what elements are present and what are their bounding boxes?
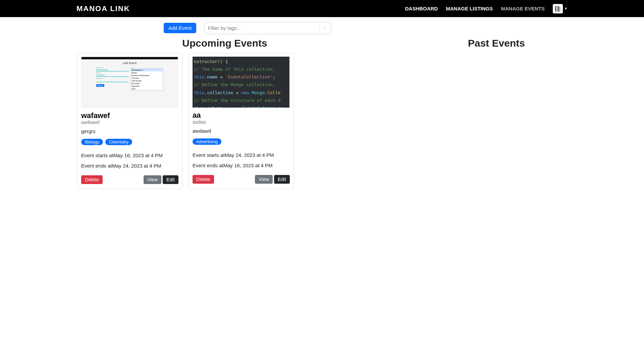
add-event-button[interactable]: Add Event	[164, 23, 196, 33]
tag-filter-select[interactable]: Filter by tags...	[204, 22, 331, 34]
navbar: MANOA LINK DASHBOARD MANAGE LISTINGS MAN…	[0, 0, 644, 17]
event-description: awdawd	[193, 128, 290, 134]
events-toolbar: Add Event Filter by tags...	[164, 22, 644, 34]
tag-filter-placeholder: Filter by tags...	[208, 25, 241, 31]
event-thumbnail: Add Event Event Name Biology Meeting Add…	[81, 57, 178, 108]
delete-button[interactable]: Delete	[81, 175, 103, 184]
event-subtitle: asdas	[193, 119, 290, 125]
event-card: Add Event Event Name Biology Meeting Add…	[77, 53, 182, 189]
event-thumbnail: nstructor() { // The name of this collec…	[193, 57, 289, 108]
upcoming-column: Upcoming Events Add Event Event Name Bio…	[77, 34, 372, 189]
building-icon	[553, 4, 563, 13]
event-subtitle: awfawef	[81, 119, 178, 125]
tag-pill[interactable]: Advertising	[193, 138, 221, 145]
event-end: Event ends atMay 24, 2023 at 4 PM	[81, 163, 178, 169]
edit-button[interactable]: Edit	[163, 175, 178, 184]
event-end: Event ends atMay 16, 2023 at 4 PM	[193, 163, 290, 168]
card-actions: Delete View Edit	[81, 175, 178, 184]
event-tags: Biology Chemistry	[81, 139, 178, 145]
event-start: Event starts atMay 24, 2023 at 4 PM	[193, 152, 290, 158]
past-title: Past Events	[413, 38, 580, 49]
nav-dashboard[interactable]: DASHBOARD	[405, 6, 438, 11]
chevron-down-icon: ▼	[564, 7, 568, 10]
delete-button[interactable]: Delete	[193, 175, 214, 184]
user-menu[interactable]: ▼	[553, 4, 568, 13]
thumb-title: Add Event	[82, 59, 178, 67]
card-actions: Delete View Edit	[193, 175, 290, 184]
event-start: Event starts atMay 16, 2023 at 4 PM	[81, 153, 178, 158]
tag-pill[interactable]: Chemistry	[105, 139, 132, 145]
event-title: wafawef	[81, 111, 178, 120]
tag-pill[interactable]: Biology	[81, 139, 103, 145]
main: Upcoming Events Add Event Event Name Bio…	[0, 34, 644, 189]
edit-button[interactable]: Edit	[274, 175, 290, 184]
select-divider	[320, 24, 320, 32]
view-button[interactable]: View	[255, 175, 273, 184]
chevron-down-icon	[322, 25, 327, 31]
event-tags: Advertising	[193, 138, 290, 145]
upcoming-title: Upcoming Events	[77, 38, 372, 49]
brand-logo[interactable]: MANOA LINK	[76, 4, 130, 13]
upcoming-cards: Add Event Event Name Biology Meeting Add…	[77, 53, 372, 189]
nav-right: DASHBOARD MANAGE LISTINGS MANAGE EVENTS …	[405, 4, 568, 13]
view-button[interactable]: View	[144, 175, 161, 184]
past-column: Past Events	[413, 34, 580, 189]
event-title: aa	[193, 111, 290, 120]
event-description: gergrs	[81, 128, 178, 134]
nav-manage-events[interactable]: MANAGE EVENTS	[501, 6, 545, 11]
nav-manage-listings[interactable]: MANAGE LISTINGS	[446, 6, 493, 11]
event-card: nstructor() { // The name of this collec…	[189, 53, 294, 189]
